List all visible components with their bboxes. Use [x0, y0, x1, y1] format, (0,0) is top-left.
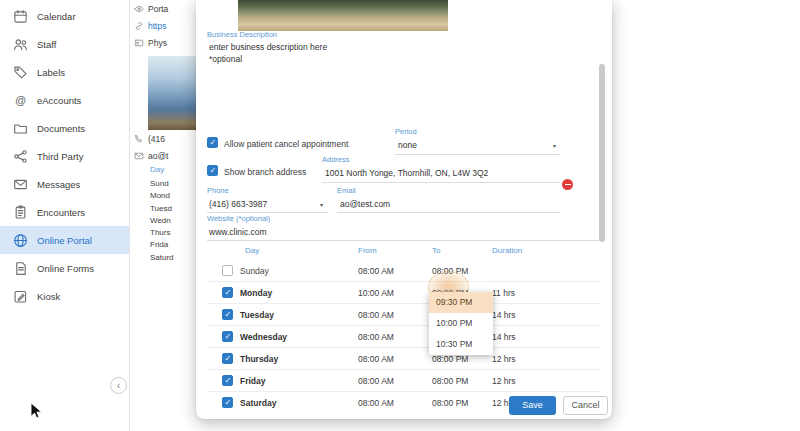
phone-label: Phone: [207, 186, 229, 195]
modal-scrollbar[interactable]: [599, 64, 605, 242]
sidebar-item-eaccounts[interactable]: @ eAccounts: [0, 86, 129, 114]
from-time[interactable]: 08:00 AM: [358, 310, 394, 320]
form-icon: [13, 261, 28, 276]
email-underline: [337, 212, 560, 213]
day-label: Thursday: [240, 354, 278, 364]
duration-value: 14 hrs: [492, 332, 516, 342]
address-underline: [322, 182, 560, 183]
day-label: Tuesday: [240, 310, 274, 320]
envelope-icon: [134, 151, 144, 161]
section-divider: [207, 240, 601, 241]
clipboard-icon: [13, 205, 28, 220]
from-time[interactable]: 08:00 AM: [358, 398, 394, 408]
staff-icon: [13, 37, 28, 52]
time-dropdown: 09:30 PM 10:00 PM 10:30 PM: [429, 292, 493, 355]
to-time[interactable]: 08:00 PM: [432, 376, 468, 386]
mouse-cursor-icon: [28, 402, 43, 424]
from-column-header: From: [358, 246, 377, 255]
day-checkbox[interactable]: [222, 375, 233, 386]
duration-value: 14 hrs: [492, 310, 516, 320]
phone-field[interactable]: (416) 663-3987: [209, 199, 267, 209]
sidebar-collapse-button[interactable]: ‹: [110, 377, 127, 394]
globe-icon: [13, 233, 28, 248]
day-checkbox[interactable]: [222, 265, 233, 276]
save-button[interactable]: Save: [509, 396, 556, 415]
sidebar-item-labels[interactable]: Labels: [0, 58, 129, 86]
schedule-row-friday: Friday 08:00 AM 08:00 PM 12 hrs: [207, 370, 601, 392]
to-time[interactable]: 08:00 PM: [432, 398, 468, 408]
record-error-icon: [562, 179, 573, 190]
physician-label: Phys: [148, 38, 167, 48]
link-icon: [134, 21, 144, 31]
time-option[interactable]: 10:00 PM: [429, 313, 493, 334]
show-branch-checkbox[interactable]: [207, 165, 218, 176]
email-label: Email: [337, 186, 356, 195]
chevron-down-icon[interactable]: [320, 201, 323, 208]
chevron-down-icon[interactable]: [553, 142, 556, 149]
portal-link-row[interactable]: https: [134, 19, 166, 33]
duration-column-header: Duration: [492, 246, 522, 255]
day-label: Friday: [240, 376, 266, 386]
tag-icon: [13, 65, 28, 80]
clinic-photo-thumbnail: [148, 56, 196, 130]
day-preview: Sund: [150, 178, 174, 190]
schedule-row-sunday: Sunday 08:00 AM 08:00 PM: [207, 260, 601, 282]
sidebar-item-online-portal[interactable]: Online Portal: [0, 226, 129, 254]
portal-row-label: Porta: [148, 4, 168, 14]
phone-icon: [134, 134, 144, 144]
email-field[interactable]: ao@test.com: [340, 199, 390, 209]
to-time[interactable]: 08:00 PM: [432, 354, 468, 364]
cancel-button[interactable]: Cancel: [563, 396, 608, 415]
allow-cancel-label: Allow patient cancel appointment: [224, 139, 348, 149]
phone-underline: [207, 212, 328, 213]
sidebar-item-online-forms[interactable]: Online Forms: [0, 254, 129, 282]
allow-cancel-checkbox[interactable]: [207, 137, 218, 148]
sidebar-item-kiosk[interactable]: Kiosk: [0, 282, 129, 310]
day-checkbox[interactable]: [222, 331, 233, 342]
address-field[interactable]: 1001 North Yonge, Thornhill, ON, L4W 3Q2: [325, 168, 488, 178]
day-preview: Mond: [150, 190, 174, 202]
sidebar-item-calendar[interactable]: Calendar: [0, 2, 129, 30]
sidebar-item-label: eAccounts: [37, 95, 81, 106]
day-checkbox[interactable]: [222, 287, 233, 298]
day-checkbox[interactable]: [222, 397, 233, 408]
period-select[interactable]: none: [398, 140, 417, 150]
day-label: Monday: [240, 288, 272, 298]
period-label: Period: [395, 127, 417, 136]
day-preview: Saturd: [150, 252, 174, 264]
day-label: Saturday: [240, 398, 276, 408]
envelope-icon: [13, 177, 28, 192]
sidebar-item-label: Messages: [37, 179, 80, 190]
to-column-header: To: [432, 246, 440, 255]
day-checkbox[interactable]: [222, 353, 233, 364]
time-option[interactable]: 10:30 PM: [429, 334, 493, 355]
from-time[interactable]: 08:00 AM: [358, 376, 394, 386]
from-time[interactable]: 08:00 AM: [358, 332, 394, 342]
from-time[interactable]: 10:00 AM: [358, 288, 394, 298]
from-time[interactable]: 08:00 AM: [358, 266, 394, 276]
eye-icon: [134, 4, 144, 14]
at-icon: @: [13, 93, 28, 108]
sidebar-item-documents[interactable]: Documents: [0, 114, 129, 142]
sidebar-item-messages[interactable]: Messages: [0, 170, 129, 198]
day-preview: Wedn: [150, 215, 174, 227]
day-column-label: Day: [150, 165, 164, 174]
sidebar-item-label: Calendar: [37, 11, 76, 22]
time-option[interactable]: 09:30 PM: [429, 292, 493, 313]
day-preview: Tuesd: [150, 203, 174, 215]
sidebar-item-encounters[interactable]: Encounters: [0, 198, 129, 226]
business-description-optional: *optional: [209, 54, 242, 64]
day-checkbox[interactable]: [222, 309, 233, 320]
portal-settings-panel: Porta https Phys (416 ao@t Day Sund Mond…: [131, 0, 196, 431]
duration-value: 11 hrs: [492, 288, 515, 298]
sidebar-item-label: Encounters: [37, 207, 85, 218]
sidebar: Calendar Staff Labels @ eAccounts Docume…: [0, 0, 130, 431]
calendar-icon: [13, 9, 28, 24]
from-time[interactable]: 08:00 AM: [358, 354, 394, 364]
sidebar-item-label: Documents: [37, 123, 85, 134]
website-field[interactable]: www.clinic.com: [209, 227, 267, 237]
sidebar-item-third-party[interactable]: Third Party: [0, 142, 129, 170]
sidebar-item-label: Kiosk: [37, 291, 60, 302]
sidebar-item-staff[interactable]: Staff: [0, 30, 129, 58]
sidebar-item-label: Online Portal: [37, 235, 92, 246]
